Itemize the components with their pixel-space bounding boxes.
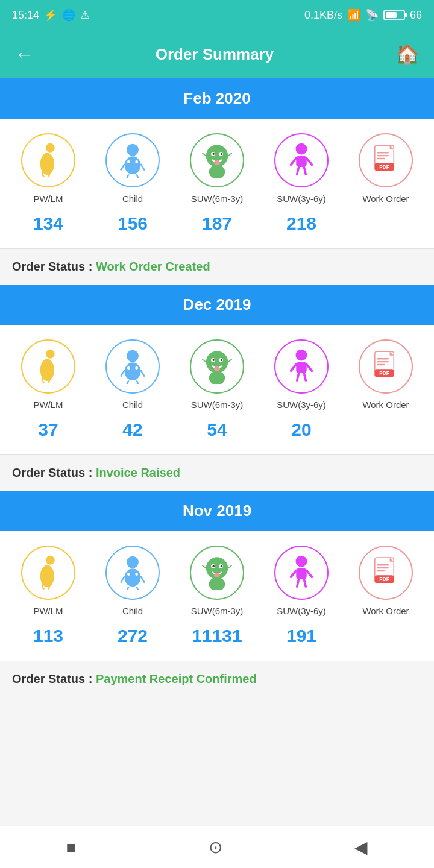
child-icon-0 — [105, 133, 160, 187]
svg-text:PDF: PDF — [379, 165, 389, 170]
pwlm-item-2[interactable]: PW/LM — [12, 546, 84, 616]
svg-line-27 — [297, 167, 299, 174]
suw1-label-1: SUW(6m-3y) — [191, 400, 244, 410]
suw1-label-0: SUW(6m-3y) — [191, 193, 244, 204]
svg-point-95 — [296, 556, 307, 567]
battery-percent: 66 — [410, 9, 422, 22]
svg-point-16 — [213, 153, 215, 155]
suw1-label-2: SUW(6m-3y) — [191, 606, 244, 616]
workorder-item-1[interactable]: PDF Work Order — [350, 339, 422, 410]
suw1-item-1[interactable]: SUW(6m-3y) — [181, 339, 253, 410]
back-nav-button[interactable]: ◀ — [354, 837, 368, 857]
suw1-item-2[interactable]: SUW(6m-3y) — [181, 546, 253, 616]
numbers-row-0: 134 156 187 218 — [0, 213, 434, 248]
svg-point-52 — [213, 359, 215, 361]
svg-line-20 — [202, 153, 206, 156]
battery-fill — [386, 12, 397, 18]
child-icon-1 — [105, 339, 160, 394]
child-item-2[interactable]: Child — [96, 546, 169, 616]
workorder-item-2[interactable]: PDF Work Order — [350, 546, 422, 616]
status-bar: 15:14 ⚡ 🌐 ⚠ 0.1KB/s 📶 📡 66 — [0, 0, 434, 30]
icons-row-0: PW/LM Child — [0, 119, 434, 213]
home-circle-button[interactable]: ⊙ — [209, 837, 222, 857]
order-status-label-1: Order Status : — [12, 466, 96, 479]
svg-line-92 — [202, 565, 206, 568]
workorder-label-1: Work Order — [362, 400, 409, 410]
svg-rect-103 — [377, 564, 389, 565]
numbers-row-1: 37 42 54 20 — [0, 420, 434, 454]
svg-text:PDF: PDF — [379, 371, 389, 376]
speed-display: 0.1KB/s — [304, 9, 342, 22]
workorder-item-0[interactable]: PDF Work Order — [350, 133, 422, 204]
svg-rect-60 — [296, 362, 306, 373]
suw2-icon-2 — [274, 546, 329, 600]
status-bar-left: 15:14 ⚡ 🌐 ⚠ — [12, 8, 90, 22]
suw2-label-1: SUW(3y-6y) — [277, 400, 326, 410]
svg-rect-32 — [377, 155, 389, 156]
pwlm-label-0: PW/LM — [33, 193, 63, 204]
order-section-1: Dec 2019 PW/LM Chil — [0, 285, 434, 491]
workorder-label-2: Work Order — [362, 606, 409, 616]
pwlm-label-1: PW/LM — [33, 400, 63, 410]
svg-rect-24 — [296, 156, 306, 167]
pwlm-count-1: 37 — [12, 420, 84, 440]
svg-point-88 — [213, 565, 215, 567]
svg-rect-105 — [377, 570, 385, 571]
svg-point-17 — [221, 153, 222, 155]
pwlm-icon-0 — [21, 133, 75, 187]
order-section-2: Nov 2019 PW/LM Chil — [0, 491, 434, 697]
svg-point-89 — [221, 565, 222, 567]
svg-point-83 — [127, 573, 130, 576]
suw2-count-0: 218 — [265, 213, 338, 234]
suw2-item-1[interactable]: SUW(3y-6y) — [265, 339, 338, 410]
svg-point-72 — [46, 556, 55, 565]
svg-line-93 — [228, 565, 232, 568]
pwlm-label-2: PW/LM — [33, 606, 63, 616]
suw2-item-0[interactable]: SUW(3y-6y) — [265, 133, 338, 204]
back-button[interactable]: ← — [14, 43, 34, 66]
order-section-0: Feb 2020 PW/LM Chil — [0, 78, 434, 285]
suw1-item-0[interactable]: SUW(6m-3y) — [181, 133, 253, 204]
time-display: 15:14 — [12, 9, 39, 22]
home-button[interactable]: 🏠 — [395, 43, 420, 66]
month-header-1: Dec 2019 — [0, 285, 434, 325]
child-item-0[interactable]: Child — [96, 133, 169, 204]
svg-point-11 — [127, 160, 130, 163]
icons-row-2: PW/LM Child — [0, 531, 434, 626]
suw1-icon-1 — [190, 339, 244, 394]
svg-line-100 — [304, 579, 306, 587]
svg-line-64 — [304, 373, 306, 380]
svg-line-26 — [307, 158, 312, 165]
workorder-icon-2: PDF — [359, 546, 413, 600]
child-item-1[interactable]: Child — [96, 339, 169, 410]
svg-point-47 — [127, 366, 130, 370]
svg-line-82 — [137, 587, 139, 590]
suw2-icon-1 — [274, 339, 329, 394]
svg-line-21 — [228, 153, 232, 156]
svg-line-63 — [297, 373, 299, 380]
order-status-value-2: Payment Receipt Confirmed — [96, 672, 257, 685]
svg-point-48 — [135, 366, 138, 370]
bolt-icon: ⚡ — [44, 8, 57, 22]
suw1-count-2: 11131 — [181, 626, 253, 646]
suw2-item-2[interactable]: SUW(3y-6y) — [265, 546, 338, 616]
square-button[interactable]: ■ — [66, 838, 77, 857]
svg-line-7 — [121, 164, 125, 171]
workorder-label-0: Work Order — [362, 193, 409, 204]
child-label-1: Child — [122, 400, 143, 410]
suw1-count-1: 54 — [181, 420, 253, 440]
pwlm-item-0[interactable]: PW/LM — [12, 133, 84, 204]
svg-text:PDF: PDF — [379, 577, 389, 582]
pwlm-count-2: 113 — [12, 626, 84, 646]
pwlm-item-1[interactable]: PW/LM — [12, 339, 84, 410]
month-header-2: Nov 2019 — [0, 491, 434, 531]
warning-icon: ⚠ — [80, 8, 90, 22]
svg-rect-33 — [377, 158, 385, 159]
order-status-value-0: Work Order Created — [96, 260, 210, 273]
child-label-0: Child — [122, 193, 143, 204]
svg-point-22 — [209, 165, 225, 178]
svg-line-56 — [202, 359, 206, 362]
order-status-0: Order Status : Work Order Created — [0, 248, 434, 285]
suw1-icon-2 — [190, 546, 244, 600]
svg-line-97 — [291, 570, 297, 577]
